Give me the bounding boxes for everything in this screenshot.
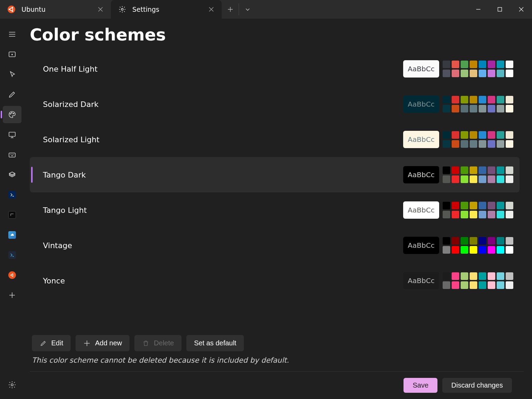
color-swatch xyxy=(479,272,486,280)
sidebar-item-startup[interactable] xyxy=(3,46,21,63)
sidebar-item-compatibility[interactable] xyxy=(3,166,21,183)
swatch-grid xyxy=(443,166,513,183)
powershell-icon xyxy=(8,191,16,199)
sidebar-item-color-schemes[interactable] xyxy=(3,106,21,123)
color-swatch xyxy=(452,175,459,183)
scheme-preview: AaBbCc xyxy=(403,96,439,113)
edit-button[interactable]: Edit xyxy=(32,335,71,351)
color-swatch xyxy=(461,246,468,254)
sidebar-profile-ubuntu[interactable] xyxy=(3,266,21,284)
color-swatch xyxy=(452,61,459,68)
color-swatch xyxy=(452,211,459,218)
trash-icon xyxy=(142,339,150,347)
scheme-preview: AaBbCc xyxy=(403,272,439,289)
tab-dropdown-button[interactable] xyxy=(239,0,256,19)
menu-button[interactable] xyxy=(3,26,21,43)
scheme-row[interactable]: One Half LightAaBbCc xyxy=(30,51,520,87)
color-swatch xyxy=(443,166,450,174)
color-swatch xyxy=(452,202,459,209)
color-swatch xyxy=(479,166,486,174)
color-swatch xyxy=(452,272,459,280)
scheme-name: Tango Light xyxy=(43,206,403,215)
color-swatch xyxy=(461,70,468,77)
color-swatch xyxy=(470,96,477,103)
color-swatch xyxy=(443,175,450,183)
sidebar-settings-gear[interactable] xyxy=(3,376,21,393)
sidebar-item-rendering[interactable] xyxy=(3,126,21,143)
scheme-row[interactable]: YonceAaBbCc xyxy=(30,263,520,298)
tab-label: Settings xyxy=(132,6,200,13)
color-swatch xyxy=(488,272,495,280)
scheme-row[interactable]: Solarized LightAaBbCc xyxy=(30,122,520,157)
color-swatch xyxy=(488,61,495,68)
close-icon[interactable] xyxy=(206,4,216,14)
new-tab-button[interactable] xyxy=(222,3,239,15)
color-swatch xyxy=(470,246,477,254)
sidebar-item-appearance[interactable] xyxy=(3,86,21,103)
color-swatch xyxy=(461,272,468,280)
color-swatch xyxy=(443,105,450,112)
scheme-name: Solarized Light xyxy=(43,135,403,144)
scheme-name: One Half Light xyxy=(43,65,403,73)
color-swatch xyxy=(461,96,468,103)
color-swatch xyxy=(461,211,468,218)
close-icon[interactable] xyxy=(96,4,105,14)
color-swatch xyxy=(506,202,513,209)
scheme-preview: AaBbCc xyxy=(403,166,439,183)
set-default-label: Set as default xyxy=(194,339,236,347)
color-swatch xyxy=(497,246,504,254)
scheme-actions: Edit Add new Delete Set as default xyxy=(30,332,524,355)
color-swatch xyxy=(488,211,495,218)
sidebar-profile-pwsh[interactable] xyxy=(3,246,21,264)
save-button[interactable]: Save xyxy=(404,378,437,393)
svg-point-8 xyxy=(10,114,11,114)
color-swatch xyxy=(443,281,450,289)
color-swatch xyxy=(461,175,468,183)
svg-point-5 xyxy=(121,8,123,10)
svg-point-4 xyxy=(12,11,13,12)
footer: Save Discard changes xyxy=(30,371,524,399)
scheme-row[interactable]: VintageAaBbCc xyxy=(30,228,520,263)
svg-rect-12 xyxy=(9,153,15,157)
color-swatch xyxy=(497,281,504,289)
color-swatch xyxy=(461,166,468,174)
sidebar-item-actions[interactable] xyxy=(3,146,21,163)
color-swatch xyxy=(506,281,513,289)
sidebar xyxy=(0,19,24,399)
sidebar-item-interaction[interactable] xyxy=(3,66,21,83)
sidebar-add-profile[interactable] xyxy=(3,287,21,304)
color-swatch xyxy=(488,131,495,139)
scheme-row[interactable]: Tango DarkAaBbCc xyxy=(30,157,520,192)
color-swatch xyxy=(452,70,459,77)
color-swatch xyxy=(488,281,495,289)
color-swatch xyxy=(506,175,513,183)
tab-ubuntu[interactable]: Ubuntu xyxy=(0,0,111,19)
color-swatch xyxy=(470,105,477,112)
svg-point-10 xyxy=(13,113,14,114)
content-area: Color schemes One Half LightAaBbCcSolari… xyxy=(24,19,532,399)
color-swatch xyxy=(479,281,486,289)
color-swatch xyxy=(443,70,450,77)
sidebar-profile-azure[interactable] xyxy=(3,226,21,244)
scheme-row[interactable]: Solarized DarkAaBbCc xyxy=(30,87,520,122)
delete-button: Delete xyxy=(134,335,181,351)
window-close-button[interactable] xyxy=(511,0,532,19)
scheme-row[interactable]: Tango LightAaBbCc xyxy=(30,192,520,228)
color-swatch xyxy=(452,237,459,245)
scheme-name: Yonce xyxy=(43,276,403,285)
color-swatch xyxy=(452,131,459,139)
sidebar-profile-powershell[interactable] xyxy=(3,186,21,203)
color-swatch xyxy=(506,61,513,68)
tab-settings[interactable]: Settings xyxy=(111,0,222,19)
color-swatch xyxy=(497,96,504,103)
window-maximize-button[interactable] xyxy=(489,0,511,19)
discard-button[interactable]: Discard changes xyxy=(442,378,512,393)
svg-point-9 xyxy=(11,112,12,113)
add-new-button[interactable]: Add new xyxy=(76,335,130,351)
sidebar-profile-cmd[interactable] xyxy=(3,206,21,224)
window-minimize-button[interactable] xyxy=(468,0,489,19)
svg-rect-11 xyxy=(9,132,15,136)
color-swatch xyxy=(497,237,504,245)
color-swatch xyxy=(479,246,486,254)
set-default-button[interactable]: Set as default xyxy=(186,335,244,351)
